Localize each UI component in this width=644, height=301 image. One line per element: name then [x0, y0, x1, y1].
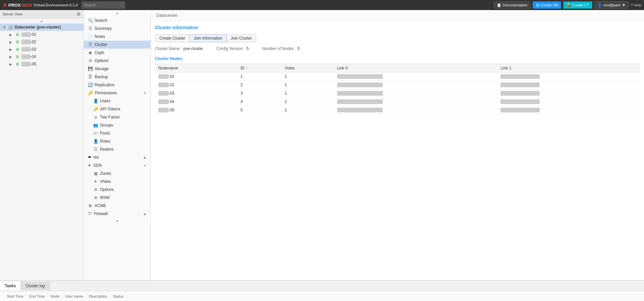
tree-expand-icon: ▼	[3, 26, 7, 29]
search-icon: 🔍	[88, 18, 93, 23]
col-link1[interactable]: Link 1	[497, 64, 640, 72]
table-row: node-04 4 1 192.168.1.104 10.0.0.104	[155, 98, 640, 106]
cell-link1: 10.0.0.105	[497, 106, 640, 114]
server-view-gear-icon[interactable]: ⚙	[76, 11, 81, 17]
nav-item-permissions[interactable]: 🔑 Permissions ▼	[84, 89, 151, 97]
nav-item-backup[interactable]: 🗄 Backup	[84, 73, 151, 81]
product-version: Virtual Environment 8.1.4	[33, 3, 77, 7]
nav-item-ha[interactable]: ❤ HA ▶	[84, 153, 151, 161]
nav-item-storage[interactable]: 💾 Storage	[84, 65, 151, 73]
tree-expand-02: ▶	[9, 40, 13, 44]
cell-link1: 10.0.0.101	[497, 72, 640, 81]
tab-join-information[interactable]: Join Information	[190, 34, 226, 42]
col-id[interactable]: ID ↑	[237, 64, 281, 72]
create-ct-button[interactable]: 📦 Create CT	[563, 1, 592, 9]
cell-votes: 1	[281, 89, 334, 98]
nav-item-options[interactable]: ⚙ Options	[84, 57, 151, 65]
nav-item-acme[interactable]: ✿ ACME	[84, 202, 151, 210]
server-view-panel: Server View ⚙ ▲ ▼ 🏢 Datacenter (pve-clus…	[0, 10, 84, 280]
tree-item-node-01[interactable]: ▶ 🖥 node-01	[0, 31, 84, 38]
nav-item-roles[interactable]: 👤 Roles	[84, 137, 151, 145]
backup-icon: 🗄	[88, 74, 93, 79]
cell-votes: 1	[281, 72, 334, 81]
cell-nodename: node-01	[155, 72, 237, 81]
ipam-icon: ⚙	[93, 195, 98, 200]
sdn-options-icon: ⚙	[93, 187, 98, 192]
user-menu-button[interactable]: 👤 root@pam ▼	[594, 1, 629, 9]
ha-expand-icon: ▶	[144, 156, 147, 159]
users-icon: 👤	[93, 99, 98, 103]
tab-join-cluster[interactable]: Join Cluster	[227, 34, 256, 42]
tree-expand-01: ▶	[9, 33, 13, 37]
nav-item-zones[interactable]: ▦ Zones	[84, 169, 151, 178]
nav-item-cluster[interactable]: ☰ Cluster	[84, 41, 151, 49]
help-button[interactable]: ? Help	[631, 3, 641, 7]
nav-item-groups[interactable]: 👥 Groups	[84, 121, 151, 129]
nav-item-notes[interactable]: 📄 Notes	[84, 33, 151, 41]
server-view-title: Server View	[3, 12, 22, 16]
config-version-label: Config Version:	[216, 46, 244, 51]
nav-item-ceph[interactable]: ◉ Ceph	[84, 49, 151, 57]
nav-item-ipam[interactable]: ⚙ IPAM	[84, 194, 151, 202]
sdn-icon: ✦	[88, 163, 91, 168]
tab-bar: Create Cluster Join Information Join Clu…	[155, 34, 640, 42]
col-link0[interactable]: Link 0	[334, 64, 497, 72]
cell-votes: 1	[281, 98, 334, 106]
api-tokens-icon: 🔑	[93, 107, 98, 111]
user-icon: 👤	[597, 3, 602, 7]
server-view-header: Server View ⚙	[0, 10, 84, 18]
storage-icon: 💾	[88, 66, 93, 71]
ha-icon: ❤	[88, 155, 91, 160]
tree-item-node-04[interactable]: ▶ 🖥 node-04	[0, 53, 84, 60]
bottom-tab-tasks[interactable]: Tasks	[0, 282, 21, 290]
nav-item-firewall[interactable]: 🛡 Firewall ▶	[84, 210, 151, 218]
vm-icon: 🖥	[536, 3, 539, 7]
nav-item-summary[interactable]: ☰ Summary	[84, 24, 151, 33]
cluster-name-label: Cluster Name:	[155, 46, 181, 51]
tree-expand-04: ▶	[9, 55, 13, 59]
node-icon-05: 🖥	[15, 61, 20, 67]
cluster-nodes-table: Nodename ID ↑ Votes Link 0	[155, 64, 640, 114]
tree-item-node-05[interactable]: ▶ 🖥 node-05	[0, 60, 84, 68]
col-user-name: User name	[62, 293, 86, 299]
cell-link0: 192.168.1.102	[334, 81, 497, 89]
nav-item-users[interactable]: 👤 Users	[84, 97, 151, 105]
tree-item-node-02[interactable]: ▶ 🖥 node-02	[0, 38, 84, 46]
cell-id: 2	[237, 81, 281, 89]
cell-id: 4	[237, 98, 281, 106]
topbar-search-input[interactable]	[82, 1, 125, 9]
tree-node-label-01: node-01	[21, 32, 36, 37]
num-nodes-field: Number of Nodes: 5	[262, 46, 300, 51]
tree-datacenter-label: Datacenter (pve-cluster)	[15, 25, 61, 30]
col-node: Node	[48, 293, 62, 299]
nav-item-search[interactable]: 🔍 Search	[84, 16, 151, 24]
create-vm-button[interactable]: 🖥 Create VM	[533, 1, 561, 9]
tree-item-datacenter[interactable]: ▼ 🏢 Datacenter (pve-cluster)	[0, 23, 84, 31]
col-votes[interactable]: Votes	[281, 64, 334, 72]
content-area: Datacenter Cluster Information Create Cl…	[151, 10, 644, 280]
cell-link0: 192.168.1.105	[334, 106, 497, 114]
tree-expand-03: ▶	[9, 48, 13, 51]
tab-create-cluster[interactable]: Create Cluster	[155, 34, 190, 42]
nav-item-replication[interactable]: 🔄 Replication	[84, 81, 151, 89]
col-start-time: Start Time	[4, 293, 26, 299]
cell-link0: 192.168.1.103	[334, 89, 497, 98]
bottom-tab-cluster-log[interactable]: Cluster log	[21, 282, 50, 290]
nav-item-realms[interactable]: ☰ Realms	[84, 145, 151, 153]
col-nodename[interactable]: Nodename	[155, 64, 237, 72]
documentation-button[interactable]: 📋 Documentation	[494, 1, 531, 9]
summary-icon: ☰	[88, 26, 93, 31]
bottom-content-headers: Start Time End Time Node User name Descr…	[0, 291, 644, 301]
replication-icon: 🔄	[88, 83, 93, 87]
nav-item-pools[interactable]: 🏷 Pools	[84, 129, 151, 137]
cluster-icon: ☰	[88, 42, 93, 47]
nav-item-sdn[interactable]: ✦ SDN ▼	[84, 161, 151, 169]
tree-item-node-03[interactable]: ▶ 🖥 node-03	[0, 46, 84, 53]
nav-item-vnets[interactable]: ✦ VNets	[84, 178, 151, 186]
cell-id: 3	[237, 89, 281, 98]
nav-item-sdn-options[interactable]: ⚙ Options	[84, 186, 151, 194]
options-icon: ⚙	[88, 58, 93, 63]
nav-item-two-factor[interactable]: ◎ Two Factor	[84, 113, 151, 121]
ceph-icon: ◉	[88, 50, 93, 55]
nav-item-api-tokens[interactable]: 🔑 API Tokens	[84, 105, 151, 113]
